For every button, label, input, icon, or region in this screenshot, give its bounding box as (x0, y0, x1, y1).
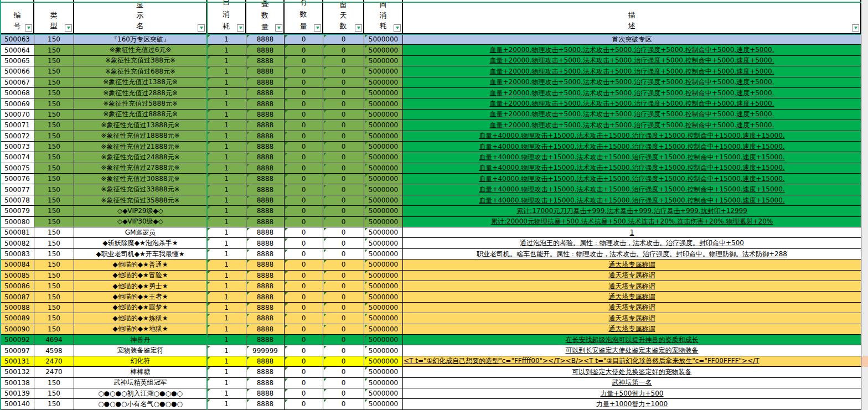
cell-owned-count[interactable]: 0 (285, 367, 323, 377)
cell-description[interactable]: 在长安找超级泡泡可以提升神兽的资质和成长 (403, 335, 861, 345)
cell-description[interactable]: 职业老司机。啥车也能开。属性：物理攻击，法术攻击。治疗强度。封印命中。物理防御。… (403, 249, 861, 260)
cell-display-name[interactable]: ※象征性充值过1388元※ (74, 77, 207, 88)
cell-daily-cost[interactable]: 1 (207, 281, 246, 292)
cell-daily-cost[interactable]: 1 (207, 356, 246, 367)
cell-display-name[interactable]: 幻化符 (74, 356, 207, 367)
cell-recycle-cost[interactable]: 5000000 (364, 281, 403, 292)
cell-owned-count[interactable]: 0 (285, 238, 323, 248)
cell-recycle-cost[interactable]: 5000000 (364, 217, 403, 227)
cell-type[interactable]: 150 (34, 98, 74, 109)
cell-display-name[interactable]: ※象征性充值过688元※ (74, 66, 207, 77)
cell-description[interactable]: 力量+1000智力+1000 (403, 399, 861, 409)
cell-stack-count[interactable]: 8888 (246, 110, 285, 120)
cell-keep-days[interactable]: 0 (323, 120, 364, 131)
cell-recycle-cost[interactable]: 5000000 (364, 45, 403, 55)
cell-keep-days[interactable]: 0 (323, 217, 364, 227)
cell-keep-days[interactable]: 0 (323, 292, 364, 302)
cell-stack-count[interactable]: 8888 (246, 249, 285, 260)
cell-stack-count[interactable]: 8888 (246, 227, 285, 238)
cell-daily-cost[interactable]: 1 (207, 324, 246, 335)
cell-owned-count[interactable]: 0 (285, 34, 323, 45)
cell-stack-count[interactable]: 8888 (246, 56, 285, 66)
cell-stack-count[interactable]: 8888 (246, 303, 285, 313)
cell-id[interactable]: 500085 (0, 271, 34, 281)
cell-recycle-cost[interactable]: 5000000 (364, 77, 403, 88)
cell-recycle-cost[interactable]: 5000000 (364, 313, 403, 324)
cell-id[interactable]: 500083 (0, 249, 34, 260)
cell-description[interactable]: 血量+40000.物理攻击+15000.法术攻击+15000.治疗强度+1500… (403, 152, 861, 163)
cell-stack-count[interactable]: 8888 (246, 217, 285, 227)
cell-keep-days[interactable]: 0 (323, 98, 364, 109)
cell-keep-days[interactable]: 0 (323, 249, 364, 260)
cell-stack-count[interactable]: 8888 (246, 378, 285, 388)
cell-owned-count[interactable]: 0 (285, 142, 323, 152)
cell-recycle-cost[interactable]: 5000000 (364, 88, 403, 98)
cell-stack-count[interactable]: 8888 (246, 120, 285, 131)
cell-stack-count[interactable]: 8888 (246, 77, 285, 88)
cell-owned-count[interactable]: 0 (285, 217, 323, 227)
cell-keep-days[interactable]: 0 (323, 367, 364, 377)
cell-type[interactable]: 150 (34, 217, 74, 227)
cell-recycle-cost[interactable]: 5000000 (364, 378, 403, 388)
cell-daily-cost[interactable]: 1 (207, 303, 246, 313)
cell-owned-count[interactable]: 0 (285, 271, 323, 281)
cell-id[interactable]: 500086 (0, 281, 34, 292)
cell-type[interactable]: 150 (34, 378, 74, 388)
cell-daily-cost[interactable]: 1 (207, 56, 246, 66)
cell-keep-days[interactable]: 0 (323, 142, 364, 152)
cell-description[interactable]: 血量+40000.物理攻击+15000.法术攻击+15000.治疗强度+1500… (403, 184, 861, 195)
cell-display-name[interactable]: ◆斩妖除魔◆★泡泡杀手★ (74, 238, 207, 248)
cell-keep-days[interactable]: 0 (323, 378, 364, 388)
cell-recycle-cost[interactable]: 5000000 (364, 388, 403, 399)
cell-daily-cost[interactable]: 1 (207, 34, 246, 45)
cell-display-name[interactable]: 棒棒糖 (74, 367, 207, 377)
cell-id[interactable]: 500092 (0, 335, 34, 345)
cell-recycle-cost[interactable]: 5000000 (364, 34, 403, 45)
cell-recycle-cost[interactable]: 5000000 (364, 120, 403, 131)
cell-display-name[interactable]: 『160万专区突破』 (74, 34, 207, 45)
cell-keep-days[interactable]: 0 (323, 184, 364, 195)
cell-stack-count[interactable]: 8888 (246, 88, 285, 98)
cell-daily-cost[interactable]: 1 (207, 249, 246, 260)
cell-keep-days[interactable]: 0 (323, 45, 364, 55)
cell-stack-count[interactable]: 8888 (246, 142, 285, 152)
cell-id[interactable]: 500077 (0, 184, 34, 195)
cell-keep-days[interactable]: 0 (323, 356, 364, 367)
cell-type[interactable]: 150 (34, 110, 74, 120)
cell-display-name[interactable]: GM巡逻员 (74, 227, 207, 238)
cell-display-name[interactable]: 神兽丹 (74, 335, 207, 345)
cell-recycle-cost[interactable]: 5000000 (364, 56, 403, 66)
cell-stack-count[interactable]: 8888 (246, 174, 285, 184)
cell-recycle-cost[interactable]: 5000000 (364, 142, 403, 152)
cell-display-name[interactable]: ◆他喵的◆★勇士★ (74, 281, 207, 292)
cell-description[interactable]: 通天塔专属称谓 (403, 313, 861, 324)
filter-dropdown-icon[interactable] (237, 24, 244, 32)
cell-type[interactable]: 150 (34, 249, 74, 260)
cell-id[interactable]: 500131 (0, 356, 34, 367)
cell-display-name[interactable]: ※象征性充值过21888元※ (74, 142, 207, 152)
cell-type[interactable]: 150 (34, 120, 74, 131)
cell-daily-cost[interactable]: 1 (207, 98, 246, 109)
cell-id[interactable]: 500066 (0, 66, 34, 77)
cell-keep-days[interactable]: 0 (323, 34, 364, 45)
cell-owned-count[interactable]: 0 (285, 206, 323, 216)
cell-type[interactable]: 150 (34, 227, 74, 238)
cell-owned-count[interactable]: 0 (285, 324, 323, 335)
cell-daily-cost[interactable]: 1 (207, 399, 246, 409)
cell-display-name[interactable]: ※象征性充值过8888元※ (74, 110, 207, 120)
filter-dropdown-icon[interactable] (314, 24, 321, 32)
cell-recycle-cost[interactable]: 5000000 (364, 131, 403, 142)
cell-daily-cost[interactable]: 1 (207, 131, 246, 142)
cell-owned-count[interactable]: 0 (285, 249, 323, 260)
cell-id[interactable]: 500074 (0, 152, 34, 163)
cell-daily-cost[interactable]: 1 (207, 142, 246, 152)
cell-description[interactable]: 血量+20000.物理攻击+5000.法术攻击+5000.治疗强度+5000.控… (403, 88, 861, 98)
cell-owned-count[interactable]: 0 (285, 260, 323, 270)
cell-daily-cost[interactable]: 1 (207, 77, 246, 88)
cell-stack-count[interactable]: 8888 (246, 335, 285, 345)
cell-type[interactable]: 150 (34, 142, 74, 152)
cell-stack-count[interactable]: 8888 (246, 152, 285, 163)
cell-recycle-cost[interactable]: 5000000 (364, 399, 403, 409)
cell-stack-count[interactable]: 8888 (246, 163, 285, 174)
cell-stack-count[interactable]: 8888 (246, 356, 285, 367)
